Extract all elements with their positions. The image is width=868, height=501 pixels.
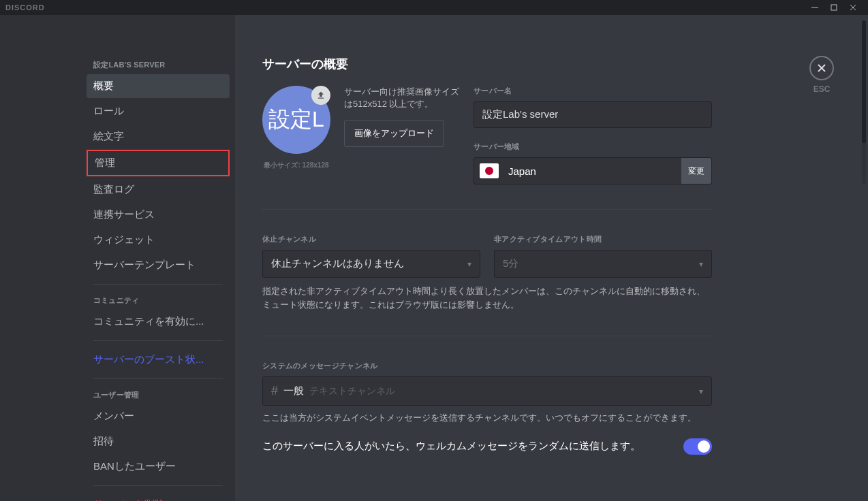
system-help-text: ここは当方がシステムイベントメッセージを送信するチャンネルです。いつでもオフにす… (262, 411, 712, 425)
system-channel-name: 一般 (283, 385, 304, 398)
afk-channel-label: 休止チャンネル (262, 234, 480, 244)
afk-timeout-value: 5分 (503, 257, 518, 270)
scrollbar[interactable] (862, 20, 866, 184)
close-settings-button[interactable] (809, 56, 834, 80)
system-channel-label: システムのメッセージチャンネル (262, 361, 712, 371)
nav-moderation[interactable]: 管理 (87, 150, 230, 176)
divider (93, 340, 223, 341)
close-label: ESC (813, 84, 831, 94)
welcome-message-label: このサーバーに入る人がいたら、ウェルカムメッセージをランダムに送信します。 (262, 440, 670, 453)
nav-invites[interactable]: 招待 (87, 430, 230, 453)
afk-timeout-select[interactable]: 5分 ▾ (494, 250, 712, 278)
nav-overview[interactable]: 概要 (87, 74, 230, 98)
page-title: サーバーの概要 (262, 56, 712, 72)
app-name: DISCORD (5, 3, 45, 12)
titlebar: DISCORD (0, 0, 868, 15)
welcome-message-toggle[interactable] (683, 438, 712, 455)
close-window-button[interactable] (843, 0, 863, 15)
system-channel-select[interactable]: # 一般 テキストチャンネル ▾ (262, 376, 712, 406)
server-avatar[interactable]: 設定L (262, 86, 330, 154)
settings-sidebar: 設定LAB'S SERVER 概要 ロール 絵文字 管理 監査ログ 連携サービス… (0, 15, 235, 501)
nav-enable-community[interactable]: コミュニティを有効に... (87, 310, 230, 334)
region-name: Japan (504, 158, 681, 184)
afk-channel-value: 休止チャンネルはありません (271, 257, 404, 270)
server-name-input[interactable] (474, 101, 712, 128)
divider (93, 284, 223, 285)
nav-widget[interactable]: ウィジェット (87, 228, 230, 252)
nav-emoji[interactable]: 絵文字 (87, 125, 230, 148)
server-region-selector: Japan 変更 (474, 157, 712, 184)
nav-delete-server[interactable]: サーバーを削除 (87, 493, 230, 501)
chevron-down-icon: ▾ (467, 259, 471, 269)
nav-templates[interactable]: サーバーテンプレート (87, 253, 230, 277)
user-mgmt-header: ユーザー管理 (87, 386, 230, 404)
content-area: ESC サーバーの概要 設定L 最小サイズ: 128x128 サーバー向け推奨画… (235, 15, 868, 501)
nav-server-boost[interactable]: サーバーのブースト状... (87, 348, 230, 372)
section-divider (262, 209, 712, 210)
hash-icon: # (271, 384, 278, 398)
change-region-button[interactable]: 変更 (681, 158, 711, 184)
svg-rect-1 (831, 5, 837, 10)
afk-timeout-label: 非アクティブタイムアウト時間 (494, 234, 712, 244)
nav-bans[interactable]: BANしたユーザー (87, 455, 230, 479)
community-header: コミュニティ (87, 291, 230, 310)
nav-members[interactable]: メンバー (87, 404, 230, 428)
afk-channel-select[interactable]: 休止チャンネルはありません ▾ (262, 250, 480, 278)
nav-audit-log[interactable]: 監査ログ (87, 178, 230, 201)
server-name-label: サーバー名 (474, 86, 712, 96)
image-hint: サーバー向け推奨画像サイズは512x512 以上です。 (344, 86, 460, 110)
divider (93, 378, 223, 379)
divider (93, 485, 223, 486)
nav-roles[interactable]: ロール (87, 99, 230, 123)
system-channel-category: テキストチャンネル (309, 385, 395, 398)
section-divider (262, 336, 712, 336)
minimize-button[interactable] (805, 0, 824, 15)
upload-image-icon[interactable] (311, 86, 330, 105)
min-size-hint: 最小サイズ: 128x128 (264, 161, 328, 170)
nav-integrations[interactable]: 連携サービス (87, 203, 230, 227)
server-region-label: サーバー地域 (474, 142, 712, 152)
chevron-down-icon: ▾ (699, 259, 703, 269)
avatar-initials: 設定L (268, 105, 324, 135)
maximize-button[interactable] (824, 0, 843, 15)
server-settings-header: 設定LAB'S SERVER (87, 56, 230, 74)
upload-image-button[interactable]: 画像をアップロード (344, 120, 444, 147)
japan-flag-icon (474, 158, 504, 184)
afk-help-text: 指定された非アクティブタイムアウト時間より長く放置したメンバーは、このチャンネル… (262, 285, 712, 311)
chevron-down-icon: ▾ (699, 387, 703, 396)
